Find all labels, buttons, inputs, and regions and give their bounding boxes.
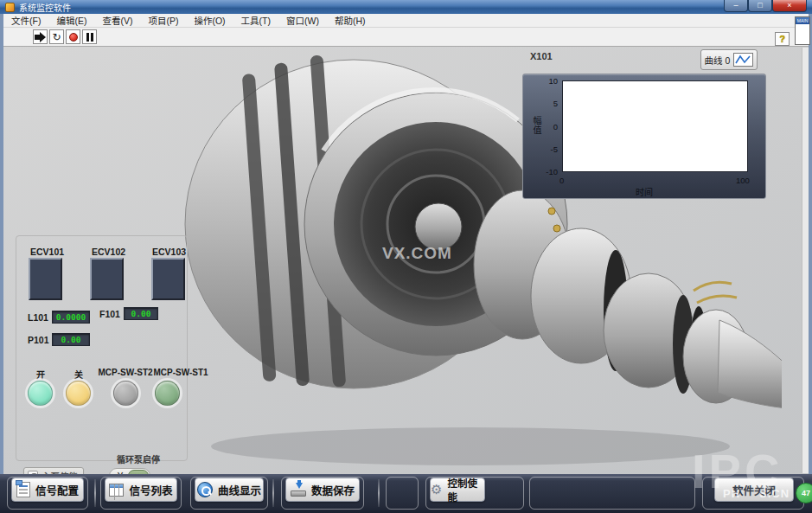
readout-value-p101: 0.00 bbox=[52, 333, 90, 346]
group-record bbox=[386, 477, 419, 510]
context-help-button[interactable]: ? bbox=[775, 32, 790, 46]
run-continuous-button[interactable]: ↻ bbox=[49, 29, 64, 44]
toolbar: ↻ bbox=[3, 28, 809, 47]
valve-label-ecv101: ECV101 bbox=[30, 247, 64, 257]
document-icon bbox=[16, 482, 30, 497]
y-tick: 0 bbox=[534, 122, 558, 131]
indicator-label-close: 关 bbox=[70, 368, 87, 381]
pause-icon bbox=[86, 33, 93, 42]
menu-help[interactable]: 帮助(H) bbox=[327, 14, 374, 28]
data-save-label: 数据保存 bbox=[311, 482, 355, 498]
vi-icon: MAIN bbox=[795, 16, 810, 45]
indicator-label-open: 开 bbox=[32, 368, 49, 381]
legend-label: 曲线 0 bbox=[705, 54, 731, 67]
menu-tools[interactable]: 工具(T) bbox=[233, 14, 278, 28]
minimize-button[interactable]: – bbox=[724, 0, 748, 12]
valve-indicator-ecv102[interactable] bbox=[90, 258, 124, 300]
save-icon bbox=[291, 483, 306, 497]
valve-indicator-ecv101[interactable] bbox=[29, 258, 62, 300]
waveform-icon bbox=[733, 53, 753, 67]
readout-label-l101: L101 bbox=[28, 312, 48, 323]
control-enable-button[interactable]: ⚙ 控制使能 bbox=[430, 478, 485, 502]
watermark-badge: 47 bbox=[796, 483, 812, 503]
divider bbox=[94, 479, 96, 507]
front-panel: VX.COM X101 曲线 0 幅值 10 5 0 -5 -10 0 100 … bbox=[3, 47, 809, 474]
abort-button[interactable] bbox=[66, 29, 80, 44]
y-tick: 5 bbox=[534, 99, 558, 108]
app-icon bbox=[5, 3, 15, 12]
vertical-scrollbar[interactable] bbox=[802, 48, 809, 473]
menu-edit[interactable]: 编辑(E) bbox=[48, 14, 94, 28]
signal-config-label: 信号配置 bbox=[35, 482, 79, 498]
indicator-close[interactable] bbox=[66, 381, 91, 406]
chart-legend[interactable]: 曲线 0 bbox=[700, 49, 758, 70]
magnifier-icon bbox=[197, 482, 213, 497]
chart-title: X101 bbox=[530, 51, 553, 61]
valve-label-ecv103: ECV103 bbox=[152, 247, 186, 257]
signal-list-label: 信号列表 bbox=[129, 482, 172, 498]
menu-window[interactable]: 窗口(W) bbox=[278, 14, 327, 28]
x-axis-label: 时间 bbox=[523, 185, 765, 198]
menu-project[interactable]: 项目(P) bbox=[140, 14, 186, 28]
main-pump-enable-button[interactable]: 主泵使能 bbox=[23, 467, 84, 474]
valve-indicator-ecv103[interactable] bbox=[151, 258, 185, 300]
run-arrow-icon bbox=[35, 32, 46, 42]
indicator-mcp-sw-st2[interactable] bbox=[113, 381, 138, 406]
table-icon bbox=[109, 484, 124, 497]
y-tick: 10 bbox=[534, 76, 558, 86]
vi-icon-label: MAIN bbox=[796, 17, 809, 24]
x-tick: 100 bbox=[736, 176, 750, 185]
divider bbox=[272, 479, 274, 507]
watermark-center: VX.COM bbox=[382, 244, 452, 263]
curve-display-button[interactable]: 曲线显示 bbox=[195, 478, 264, 502]
readout-value-f101: 0.00 bbox=[124, 307, 158, 320]
menu-view[interactable]: 查看(V) bbox=[94, 14, 140, 28]
indicator-open[interactable] bbox=[28, 381, 53, 406]
x-tick: 0 bbox=[559, 176, 564, 185]
title-bar: 系统监控软件 – □ × bbox=[0, 0, 812, 14]
control-enable-label: 控制使能 bbox=[447, 476, 484, 503]
plot-area bbox=[562, 80, 748, 172]
pump-toggle-switch[interactable]: 关 bbox=[109, 468, 150, 474]
pause-button[interactable] bbox=[82, 29, 97, 44]
valve-label-ecv102: ECV102 bbox=[92, 247, 125, 257]
run-button[interactable] bbox=[33, 29, 48, 44]
data-save-button[interactable]: 数据保存 bbox=[285, 478, 360, 502]
y-tick: -10 bbox=[534, 167, 558, 176]
menu-bar: 文件(F) 编辑(E) 查看(V) 项目(P) 操作(O) 工具(T) 窗口(W… bbox=[3, 14, 809, 28]
indicator-mcp-sw-st1[interactable] bbox=[155, 381, 180, 406]
readout-label-f101: F101 bbox=[99, 309, 120, 319]
waveform-chart[interactable]: 幅值 10 5 0 -5 -10 0 100 时间 bbox=[522, 74, 766, 199]
signal-list-button[interactable]: 信号列表 bbox=[105, 478, 177, 502]
readout-value-l101: 0.0000 bbox=[52, 311, 90, 324]
maximize-button[interactable]: □ bbox=[748, 0, 772, 12]
curve-display-label: 曲线显示 bbox=[218, 482, 261, 498]
window-title: 系统监控软件 bbox=[19, 1, 71, 14]
readout-label-p101: P101 bbox=[28, 335, 49, 345]
divider bbox=[378, 479, 380, 507]
menu-operate[interactable]: 操作(O) bbox=[186, 14, 233, 28]
close-button[interactable]: × bbox=[772, 0, 807, 12]
menu-file[interactable]: 文件(F) bbox=[3, 14, 48, 28]
bottom-toolbar: 信号配置 信号列表 曲线显示 数据保存 ⚙ 控制使能 禁用 00:00:00 软… bbox=[0, 474, 812, 513]
signal-config-button[interactable]: 信号配置 bbox=[11, 478, 84, 502]
y-tick: -5 bbox=[534, 144, 558, 154]
pump-section-label: 循环泵启停 bbox=[99, 452, 177, 465]
gear-icon: ⚙ bbox=[431, 484, 442, 497]
indicator-label-mcp-sw-st1: MCP-SW-ST1 bbox=[148, 368, 214, 377]
control-panel: ECV101 ECV102 ECV103 L101 0.0000 F101 0.… bbox=[16, 235, 188, 461]
abort-icon bbox=[69, 33, 78, 42]
exit-label: 软件关闭 bbox=[732, 482, 776, 498]
group-timer bbox=[529, 477, 695, 510]
exit-button[interactable]: 软件关闭 bbox=[714, 478, 794, 502]
run-continuous-icon: ↻ bbox=[52, 32, 61, 42]
